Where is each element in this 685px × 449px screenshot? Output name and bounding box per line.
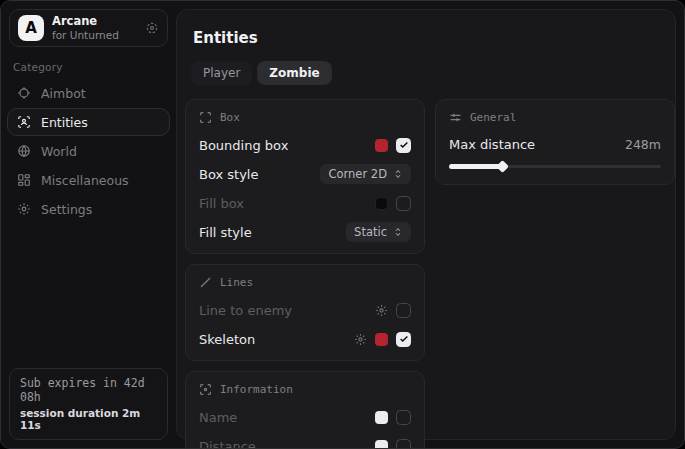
entities-scan-icon [16,115,31,129]
setting-row-bounding-box: Bounding box [199,137,411,153]
selected-value: Corner 2D [328,167,387,181]
color-swatch[interactable] [375,333,388,346]
globe-icon [16,144,31,158]
card-title: General [470,111,516,124]
setting-row-name: Name [199,409,411,425]
information-card: Information Name Distance [185,371,425,449]
name-checkbox[interactable] [396,410,411,425]
setting-label: Name [199,410,237,425]
row-settings-gear-icon[interactable] [375,304,388,317]
scan-info-icon [199,383,212,396]
color-swatch[interactable] [375,139,388,152]
distance-checkbox[interactable] [396,439,411,449]
setting-row-distance: Distance [199,438,411,449]
chevrons-up-down-icon [393,169,403,179]
fill-style-select[interactable]: Static [346,222,411,242]
brand-title: Arcane [52,15,137,28]
page-title: Entities [193,29,667,47]
brand-subtitle: for Unturned [52,29,137,41]
tab-zombie[interactable]: Zombie [257,61,331,85]
setting-label: Line to enemy [199,303,292,318]
row-settings-gear-icon[interactable] [354,333,367,346]
tab-player[interactable]: Player [191,61,252,85]
sidebar-nav: Aimbot Entities World [1,77,176,225]
general-card: General Max distance 248m [435,99,675,185]
fill-box-checkbox[interactable] [396,196,411,211]
session-duration-text: session duration 2m 11s [20,407,157,431]
slider-thumb[interactable] [496,160,509,173]
setting-row-line-to-enemy: Line to enemy [199,302,411,318]
setting-row-fill-box: Fill box [199,195,411,211]
card-title: Information [220,383,293,396]
color-swatch[interactable] [375,197,388,210]
setting-row-skeleton: Skeleton [199,331,411,347]
setting-label: Max distance [449,137,535,152]
sidebar-item-entities[interactable]: Entities [7,108,170,136]
skeleton-checkbox[interactable] [396,332,411,347]
max-distance-value: 248m [625,137,661,152]
setting-row-max-distance: Max distance 248m [449,137,661,152]
sidebar-item-miscellaneous[interactable]: Miscellaneous [7,166,170,194]
lines-card: Lines Line to enemy [185,264,425,361]
entity-tabs: Player Zombie [191,61,667,85]
brand-card: A Arcane for Unturned [9,9,168,47]
slider-fill [449,164,502,169]
setting-label: Box style [199,167,258,182]
card-title: Box [220,111,240,124]
box-style-select[interactable]: Corner 2D [320,164,411,184]
box-corners-icon [199,111,212,124]
sidebar-item-label: Settings [41,202,92,217]
crosshair-icon [16,86,31,100]
color-swatch[interactable] [375,440,388,449]
sidebar-item-label: Miscellaneous [41,173,129,188]
color-swatch[interactable] [375,411,388,424]
main-panel: Entities Player Zombie Box [176,9,676,440]
sidebar: A Arcane for Unturned Category Aimbot [1,1,176,448]
category-label: Category [13,61,164,73]
gear-icon[interactable] [145,21,159,35]
grid-icon [16,173,31,187]
setting-label: Fill box [199,196,244,211]
diagonal-line-icon [199,276,212,289]
arcane-menu-window: A Arcane for Unturned Category Aimbot [0,0,685,449]
card-title: Lines [220,276,253,289]
line-to-enemy-checkbox[interactable] [396,303,411,318]
bounding-box-checkbox[interactable] [396,138,411,153]
brand-text: Arcane for Unturned [52,15,137,40]
gear-icon [16,202,31,216]
sidebar-item-label: Entities [41,115,88,130]
setting-label: Skeleton [199,332,255,347]
sidebar-item-aimbot[interactable]: Aimbot [7,79,170,107]
sidebar-item-label: Aimbot [41,86,86,101]
setting-label: Fill style [199,225,252,240]
setting-row-box-style: Box style Corner 2D [199,166,411,182]
setting-label: Distance [199,439,256,449]
setting-row-fill-style: Fill style Static [199,224,411,240]
chevrons-up-down-icon [393,227,403,237]
sub-expiry-text: Sub expires in 42d 08h [20,376,157,404]
max-distance-slider[interactable] [449,162,661,171]
sidebar-item-label: World [41,144,77,159]
box-card: Box Bounding box Box style [185,99,425,254]
sidebar-item-settings[interactable]: Settings [7,195,170,223]
selected-value: Static [354,225,387,239]
sliders-icon [449,111,462,124]
sidebar-item-world[interactable]: World [7,137,170,165]
subscription-status-card: Sub expires in 42d 08h session duration … [9,368,168,440]
brand-logo: A [18,15,44,41]
setting-label: Bounding box [199,138,288,153]
